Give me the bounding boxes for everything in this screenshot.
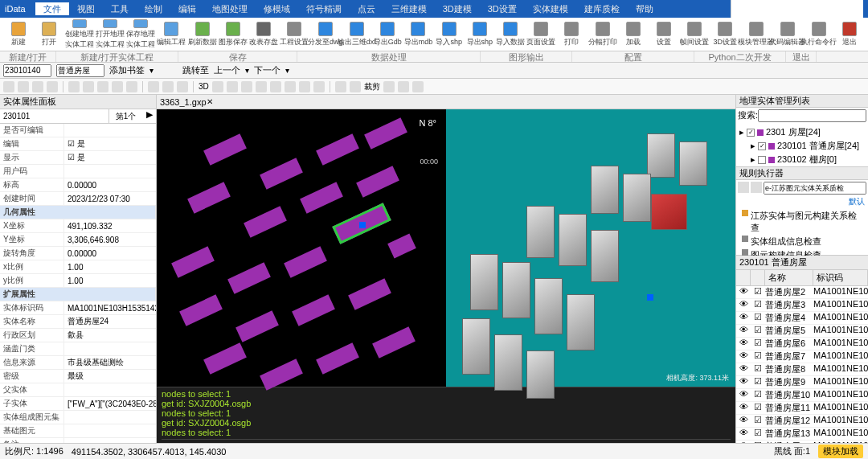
rule-combo[interactable] [764,182,866,195]
table-row[interactable]: 👁☑普通房屋5MA1001NE103H1535... [736,325,868,338]
prop-row[interactable]: 编辑☑ 是 [0,137,156,151]
layer-input[interactable] [56,64,104,77]
col-name[interactable]: 名称 [765,270,813,285]
tool-icon[interactable] [241,81,252,92]
table-row[interactable]: 👁☑普通房屋2MA1001NE103H1535... [736,286,868,299]
property-grid[interactable]: 编辑☑ 是显示☑ 是用户码标高0.00000创建时间2023/12/23 07:… [0,137,156,443]
prop-row[interactable]: 用户码 [0,165,156,178]
table-row[interactable]: 👁☑普通房屋11MA1001NE103H1535... [736,402,868,415]
ribbon-代码编辑器[interactable]: 代码编辑器 [772,19,803,50]
ribbon-打开[interactable]: 打开 [34,19,63,50]
tool-icon[interactable] [83,81,94,92]
tool-icon[interactable] [227,81,238,92]
tree-node[interactable]: ▸ 230102 棚房[0] [739,153,865,166]
menu-编辑[interactable]: 编辑 [170,2,204,15]
prop-row[interactable]: 标高0.00000 [0,178,156,192]
ribbon-导出mdb[interactable]: 导出mdb [403,19,433,50]
tool-icon[interactable] [97,81,108,92]
ribbon-设置[interactable]: 设置 [649,19,678,50]
tree-node[interactable]: ▸ ✓ 2301 房屋[24] [739,125,865,139]
ribbon-分幅打印[interactable]: 分幅打印 [588,19,617,50]
ribbon-打印[interactable]: 打印 [557,19,587,50]
table-row[interactable]: 👁☑普通房屋8MA1001NE103H1535... [736,363,868,376]
table-row[interactable]: 👁☑普通房屋6MA1001NE103H1535... [736,338,868,350]
ribbon-加载[interactable]: 加载 [618,19,648,50]
bookmark-dropdown[interactable]: 添加书签 [109,64,145,76]
prop-row[interactable]: 涵盖门类 [0,342,156,356]
prop-row[interactable]: x比例1.00 [0,260,156,274]
rule-icon[interactable] [738,182,749,193]
ribbon-导出Gdb[interactable]: 导出Gdb [373,19,403,50]
tool-icon[interactable] [313,81,325,92]
table-row[interactable]: 👁☑普通房屋12MA1001NE103H1535... [736,415,868,428]
code-input[interactable] [3,64,51,77]
menu-三维建模[interactable]: 三维建模 [383,2,435,15]
tool-icon[interactable] [270,81,281,92]
tool-icon[interactable] [335,81,346,92]
ribbon-创建地理实体工程[interactable]: 创建地理实体工程 [64,19,94,50]
prop-row[interactable]: 实体名称普通房屋24 [0,315,156,329]
ribbon-导入数据[interactable]: 导入数据 [495,19,525,50]
rule-item[interactable]: 实体组成信息检查 [739,235,865,248]
tool-icon[interactable] [3,81,14,92]
tool-icon[interactable] [47,81,58,92]
ribbon-导出shp[interactable]: 导出shp [465,19,494,50]
tool-icon[interactable] [398,81,409,92]
menu-建库质检[interactable]: 建库质检 [576,2,628,15]
ribbon-页面设置[interactable]: 页面设置 [526,19,556,50]
menu-帮助[interactable]: 帮助 [628,2,661,15]
tool-icon[interactable] [256,81,267,92]
ribbon-帧间设置[interactable]: 帧间设置 [679,19,709,50]
ribbon-分发至dwg[interactable]: 分发至dwg [310,19,341,50]
prop-row[interactable]: 行政区划歙县 [0,329,156,342]
tool-icon[interactable] [162,81,174,92]
menu-视图[interactable]: 视图 [69,2,103,15]
3d-viewport[interactable]: 相机高度: 373.11米 [446,109,735,387]
entity-tree[interactable]: ▸ ✓ 2301 房屋[24]▸ ✓ 230101 普通房屋[24]▸ 2301… [736,124,868,168]
next-btn[interactable]: 下一个 [254,64,280,76]
tool-icon[interactable] [350,81,361,92]
prop-row[interactable]: 密级最级 [0,370,156,383]
prop-row[interactable]: Y坐标3,306,646.908 [0,233,156,247]
ribbon-刷新数据[interactable]: 刷新数据 [187,19,217,50]
menu-3D设置[interactable]: 3D设置 [480,2,525,15]
table-row[interactable]: 👁☑普通房屋9MA1001NE103H1535... [736,376,868,389]
menu-工具[interactable]: 工具 [103,2,137,15]
tool-icon[interactable] [299,81,310,92]
rule-item[interactable]: 江苏实体与图元构建关系检查 [739,209,865,235]
menu-点云[interactable]: 点云 [350,2,383,15]
tool-icon[interactable] [412,81,424,92]
prev-btn[interactable]: 上一个 [214,64,240,76]
tool-icon[interactable] [112,81,123,92]
table-row[interactable]: 👁☑普通房屋7MA1001NE103H1535... [736,350,868,363]
ribbon-编辑工程[interactable]: 编辑工程 [157,19,186,50]
prop-row[interactable]: 实体标识码MA1001NE103H15351422... [0,301,156,315]
prop-row[interactable]: 显示☑ 是 [0,151,156,165]
tool-icon[interactable] [68,81,80,92]
ribbon-改表存盘[interactable]: 改表存盘 [248,19,278,50]
tool-icon[interactable] [383,81,395,92]
ribbon-退出[interactable]: 退出 [835,19,865,50]
menu-实体建模[interactable]: 实体建模 [525,2,576,15]
prop-row[interactable]: 实体组成图元集 [0,411,156,424]
rule-icon[interactable] [751,182,762,193]
ribbon-图形保存[interactable]: 图形保存 [218,19,248,50]
menu-绘制[interactable]: 绘制 [137,2,170,15]
tool-icon[interactable] [177,81,188,92]
2d-viewport[interactable]: N 8° 00:00 [157,109,446,387]
search-input[interactable] [758,109,866,122]
col-id[interactable]: 标识码 [813,270,868,285]
prop-row[interactable]: 创建时间2023/12/23 07:30 [0,192,156,206]
ribbon-保存地理实体工程[interactable]: 保存地理实体工程 [126,19,156,50]
tool-icon[interactable] [285,81,296,92]
prop-row[interactable]: 信息来源市县级基础测绘 [0,356,156,370]
view-tab[interactable]: 3363_1.gxp [160,97,207,107]
ribbon-输出三维dxf[interactable]: 输出三维dxf [342,19,372,50]
tool-icon[interactable] [212,81,223,92]
tool-icon[interactable] [18,81,29,92]
prop-row[interactable]: y比例1.00 [0,274,156,288]
ribbon-执行命令行[interactable]: 执行命令行 [804,19,834,50]
table-row[interactable]: 👁☑普通房屋3MA1001NE103H1535... [736,299,868,312]
ribbon-3D设置[interactable]: 3D设置 [710,19,740,50]
tree-node[interactable]: ▸ ✓ 230101 普通房屋[24] [739,139,865,153]
